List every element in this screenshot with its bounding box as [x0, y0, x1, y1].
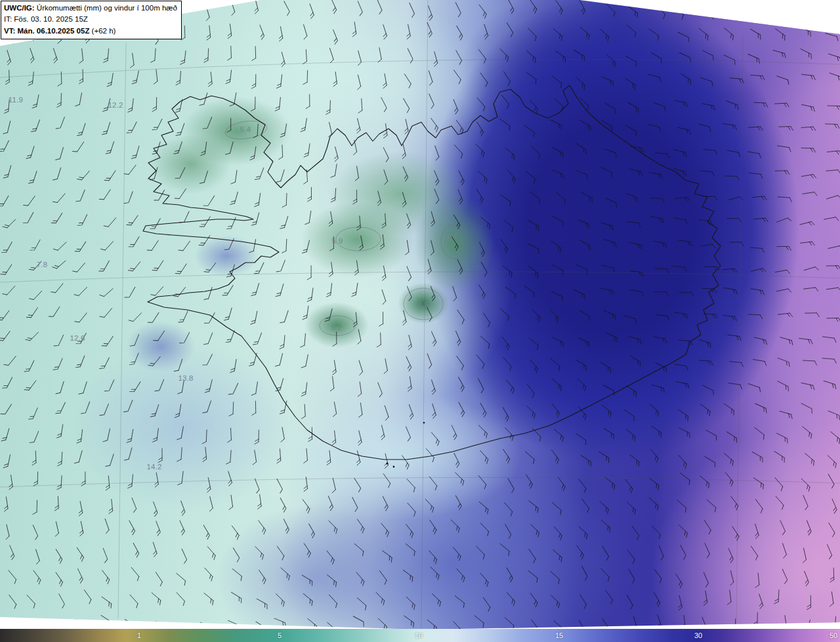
init-time-line: IT: Fös. 03. 10. 2025 15Z: [4, 14, 177, 25]
colorbar-tick: 30: [694, 631, 702, 639]
wind-barb: [799, 7, 813, 18]
title-box: UWC/IG: Úrkomumætti (mm) og vindur í 100…: [1, 1, 182, 39]
wind-barb: [725, 3, 740, 12]
precip-value-label: 7.8: [37, 261, 48, 268]
map-canvas: 11.912.25.47.85.95.44.55.212.613.814.2: [0, 0, 840, 642]
precip-value-label: 14.2: [146, 463, 161, 471]
precip-value-label: 5.4: [446, 232, 457, 240]
precip-value-label: 4.5: [418, 301, 429, 309]
colorbar-tick: 5: [278, 631, 282, 639]
precip-value-label: 5.9: [332, 237, 343, 245]
precip-value-label: 11.9: [9, 96, 23, 104]
precip-value-label: 13.8: [178, 374, 193, 382]
colorbar: 1510153050: [0, 629, 840, 642]
colorbar-tick: 15: [555, 631, 563, 639]
lead-time: (+62 h): [89, 27, 116, 35]
colorbar-tick: 50: [830, 631, 837, 639]
precip-value-label: 5.4: [240, 125, 251, 133]
title-line: UWC/IG: Úrkomumætti (mm) og vindur í 100…: [4, 3, 177, 14]
precip-value-label: 12.6: [70, 334, 85, 342]
colorbar-tick: 1: [137, 631, 141, 639]
precip-value-label: 5.2: [331, 324, 343, 332]
weather-map-page: 11.912.25.47.85.95.44.55.212.613.814.2 U…: [0, 0, 840, 642]
model-name: UWC/IG:: [4, 4, 35, 12]
wind-barb: [829, 3, 840, 14]
valid-time: VT: Mán. 06.10.2025 05Z: [4, 27, 89, 35]
value-labels-layer: 11.912.25.47.85.95.44.55.212.613.814.2: [0, 0, 840, 642]
colorbar-tick: 10: [415, 631, 423, 639]
wind-barb: [753, 2, 767, 13]
map-title: Úrkomumætti (mm) og vindur í 100m hæð: [35, 4, 177, 12]
valid-time-line: VT: Mán. 06.10.2025 05Z (+62 h): [4, 26, 177, 37]
wind-barb: [775, 7, 789, 16]
precip-value-label: 12.2: [108, 101, 123, 109]
